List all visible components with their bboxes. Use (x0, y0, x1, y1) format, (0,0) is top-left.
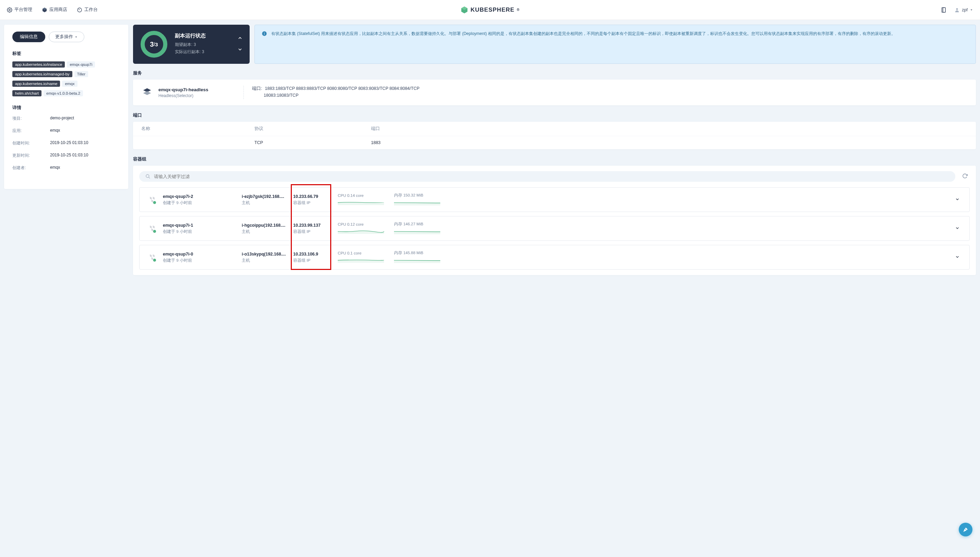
pod-mem: 内存 146.27 MiB (394, 221, 452, 227)
info-label: 应用: (12, 128, 50, 134)
cpu-sparkline (338, 199, 384, 205)
pod-icon (146, 251, 158, 263)
svg-rect-3 (943, 8, 946, 12)
pod-name: emqx-qsup7i-2 (163, 194, 242, 199)
edit-info-button[interactable]: 编辑信息 (12, 31, 45, 42)
labels-list: app.kubernetes.io/instanceemqx-qsup7i ap… (12, 61, 120, 96)
expected-replicas: 期望副本: 3 (175, 42, 237, 48)
label-key: helm.sh/chart (12, 90, 42, 96)
pod-host-label: 主机 (242, 258, 293, 263)
label-value: emqx (62, 81, 77, 87)
details-heading: 详情 (12, 104, 120, 111)
brand-logo[interactable]: KUBESPHERE® (460, 6, 520, 14)
pods-search-box[interactable] (139, 171, 955, 182)
nav-app-store[interactable]: 应用商店 (42, 7, 67, 13)
pod-name: emqx-qsup7i-0 (163, 252, 242, 257)
pod-ip: 10.233.99.137 (293, 223, 338, 228)
col-proto: 协议 (254, 126, 371, 132)
side-actions: 编辑信息 更多操作 (12, 31, 120, 42)
info-row: 更新时间:2019-10-25 01:03:10 (12, 153, 120, 158)
pod-mem: 内存 145.88 MiB (394, 250, 452, 256)
mem-sparkline (394, 257, 440, 263)
pods-search-input[interactable] (154, 174, 949, 179)
info-row: 创建时间:2019-10-25 01:03:10 (12, 140, 120, 146)
gauge-icon (77, 7, 82, 13)
user-menu[interactable]: zpf (954, 7, 973, 13)
pod-row[interactable]: emqx-qsup7i-1创建于 9 小时前 i-hgcoippu(192.16… (139, 216, 970, 241)
labels-heading: 标签 (12, 50, 120, 57)
pod-cpu: CPU 0.14 core (338, 194, 394, 197)
nav-appstore-label: 应用商店 (49, 7, 67, 13)
chevron-up-icon (237, 35, 243, 41)
svg-point-10 (146, 174, 149, 178)
kubesphere-icon (460, 6, 468, 14)
replica-status-card: 3/3 副本运行状态 期望副本: 3 实际运行副本: 3 (133, 25, 250, 64)
more-actions-button[interactable]: 更多操作 (49, 31, 85, 42)
pod-row[interactable]: emqx-qsup7i-2创建于 9 小时前 i-ezjb7gsk(192.16… (139, 187, 970, 212)
info-value: demo-project (50, 116, 74, 121)
pods-refresh-button[interactable] (960, 171, 970, 182)
service-icon (141, 86, 154, 99)
pod-host: i-ezjb7gsk(192.168.... (242, 194, 293, 199)
pod-name: emqx-qsup7i-1 (163, 223, 242, 228)
user-icon (954, 7, 960, 13)
side-panel: 编辑信息 更多操作 标签 app.kubernetes.io/instancee… (4, 25, 128, 189)
running-replicas: 实际运行副本: 3 (175, 49, 237, 55)
pod-host-label: 主机 (242, 200, 293, 205)
pod-created: 创建于 9 小时前 (163, 200, 242, 205)
info-label: 项目: (12, 116, 50, 121)
brand-text: KUBESPHERE (470, 7, 514, 13)
label-row: app.kubernetes.io/nameemqx (12, 81, 120, 87)
brand-tm: ® (517, 8, 520, 11)
pod-icon (146, 223, 158, 234)
chevron-down-icon (75, 35, 78, 39)
chevron-down-icon (955, 197, 960, 202)
service-ports: 端口:1883:1883/TCP 8883:8883/TCP 8080:8080… (252, 86, 969, 99)
service-row[interactable]: emqx-qsup7i-headless Headless(Selector) … (133, 80, 976, 105)
svg-point-13 (153, 259, 156, 262)
port-port-cell: 1883 (371, 140, 968, 145)
scale-up-button[interactable] (237, 35, 243, 42)
service-name: emqx-qsup7i-headless (158, 87, 244, 92)
gear-icon (7, 7, 12, 13)
info-label: 创建者: (12, 165, 50, 171)
statefulset-info-alert: 有状态副本集 (StatefulSet) 用来描述有状态应用，比如副本之间有主从… (254, 25, 976, 64)
pods-toolbar (139, 171, 970, 182)
nav-workbench[interactable]: 工作台 (77, 7, 98, 13)
label-value: emqx-v1.0.0-beta.2 (44, 90, 83, 96)
pods-heading: 容器组 (133, 156, 976, 162)
nav-workbench-label: 工作台 (85, 7, 98, 13)
main-content: 3/3 副本运行状态 期望副本: 3 实际运行副本: 3 有状态副本集 (Sta… (133, 25, 976, 282)
pod-cpu: CPU 0.12 core (338, 222, 394, 226)
ports-table-header: 名称 协议 端口 (133, 122, 976, 136)
pod-expand-toggle[interactable] (952, 224, 962, 233)
more-actions-label: 更多操作 (55, 34, 73, 40)
info-row: 应用:emqx (12, 128, 120, 134)
chevron-down-icon (955, 254, 960, 259)
chevron-down-icon (955, 226, 960, 230)
alert-text: 有状态副本集 (StatefulSet) 用来描述有状态应用，比如副本之间有主从… (271, 30, 895, 59)
services-heading: 服务 (133, 70, 976, 76)
pod-host-label: 主机 (242, 229, 293, 234)
info-label: 创建时间: (12, 140, 50, 146)
replica-ring: 3/3 (140, 30, 168, 58)
mem-sparkline (394, 228, 440, 234)
ports-heading: 端口 (133, 112, 976, 118)
pod-expand-toggle[interactable] (952, 253, 962, 262)
pod-host: i-hgcoippu(192.168.... (242, 223, 293, 228)
nav-platform-label: 平台管理 (15, 7, 32, 13)
label-row: app.kubernetes.io/managed-byTiller (12, 71, 120, 77)
nav-platform-mgmt[interactable]: 平台管理 (7, 7, 32, 13)
label-row: app.kubernetes.io/instanceemqx-qsup7i (12, 61, 120, 68)
scale-down-button[interactable] (237, 47, 243, 53)
pod-ip-label: 容器组 IP (293, 200, 338, 205)
svg-point-12 (153, 230, 156, 233)
cpu-sparkline (338, 257, 384, 263)
info-value: 2019-10-25 01:03:10 (50, 153, 88, 158)
pod-expand-toggle[interactable] (952, 195, 962, 204)
info-value: 2019-10-25 01:03:10 (50, 140, 88, 146)
docs-icon[interactable] (941, 7, 947, 13)
pod-row[interactable]: emqx-qsup7i-0创建于 9 小时前 i-o13skypq(192.16… (139, 245, 970, 270)
col-port: 端口 (371, 126, 968, 132)
header-left: 平台管理 应用商店 工作台 (7, 7, 98, 13)
